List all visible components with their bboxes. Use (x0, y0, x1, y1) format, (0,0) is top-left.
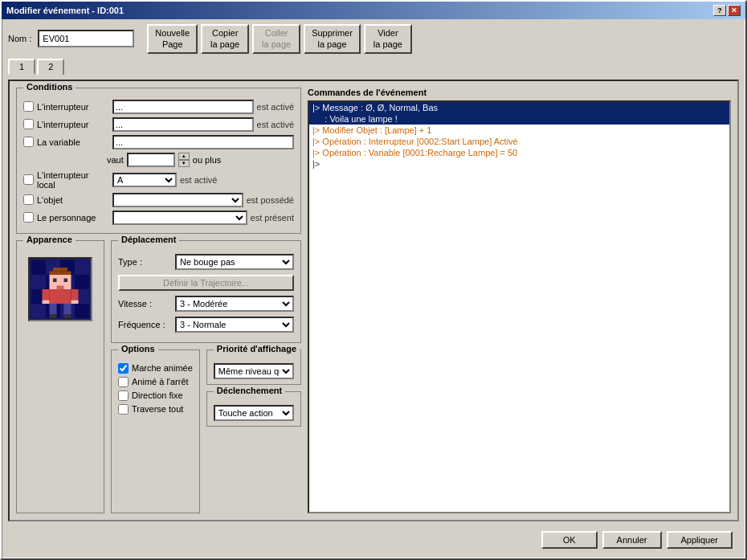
conditions-section: Conditions L'interrupteur est activé L'i… (16, 88, 301, 234)
type-row: Type : Ne bouge pas Aléatoire Vers le hé… (118, 254, 294, 270)
top-bar: Nom : Nouvelle Page Copier la page Colle… (8, 24, 739, 54)
type-select[interactable]: Ne bouge pas Aléatoire Vers le héros Tra… (175, 254, 294, 270)
options-title: Options (118, 344, 158, 354)
annuler-button[interactable]: Annuler (602, 531, 662, 549)
condition-row-interrupteur2: L'interrupteur est activé (23, 117, 294, 132)
objet-suffix: est possédé (247, 195, 294, 205)
vaut-input[interactable] (127, 153, 175, 167)
cmd-row[interactable]: |> Opération : Interrupteur [0002:Start … (309, 136, 729, 147)
cmd-row[interactable]: : Voila une lampe ! (309, 113, 729, 125)
vitesse-select[interactable]: 1 - Très lente 2 - Lente 3 - Modérée 4 -… (175, 296, 294, 312)
option-traverse-tout: Traverse tout (118, 404, 193, 415)
nouvelle-page-button[interactable]: Nouvelle Page (147, 24, 198, 54)
vaut-label: vaut (107, 155, 124, 165)
priorite-select[interactable]: En dessous du héros Même niveau que le h… (214, 363, 294, 379)
name-input[interactable] (38, 30, 134, 47)
tab-1[interactable]: 1 (8, 59, 35, 75)
svg-rect-4 (75, 275, 89, 289)
tab-2[interactable]: 2 (37, 59, 64, 75)
svg-rect-20 (50, 304, 57, 315)
variable-checkbox[interactable] (23, 137, 34, 147)
priority-trigger-col: Priorité d'affichage En dessous du héros… (206, 349, 301, 513)
help-button[interactable]: ? (713, 5, 726, 16)
supprimer-page-button[interactable]: Supprimer la page (304, 24, 361, 54)
interrupteur-local-label: L'interrupteur local (37, 170, 109, 190)
apparence-section: Apparence (16, 240, 104, 513)
declenchement-title: Déclenchement (214, 386, 285, 395)
traverse-tout-checkbox[interactable] (118, 404, 129, 415)
cmd-row[interactable]: |> (309, 158, 729, 170)
bottom-sections: Apparence (16, 240, 301, 513)
appliquer-button[interactable]: Appliquer (667, 531, 733, 549)
commands-list[interactable]: |> Message : Ø, Ø, Normal, Bas : Voila u… (308, 100, 731, 513)
option-anime-arret: Animé à l'arrêt (118, 377, 193, 387)
interrupteur2-checkbox[interactable] (23, 119, 34, 129)
type-label: Type : (118, 257, 170, 267)
sprite-preview[interactable] (28, 257, 92, 321)
condition-row-objet: L'objet est possédé (23, 193, 294, 207)
svg-rect-16 (43, 289, 50, 300)
window-title: Modifier événement - ID:001 (6, 6, 124, 15)
variable-label: La variable (37, 137, 109, 147)
personnage-select[interactable] (112, 211, 247, 225)
ok-button[interactable]: OK (541, 531, 598, 549)
svg-rect-18 (43, 300, 50, 304)
coller-page-button[interactable]: Coller la page (252, 24, 300, 54)
traverse-tout-label: Traverse tout (132, 404, 183, 414)
frequence-row: Fréquence : 1 - Très faible 2 - Faible 3… (118, 317, 294, 333)
vider-page-button[interactable]: Vider la page (364, 24, 412, 54)
marche-animee-checkbox[interactable] (118, 363, 129, 374)
priorite-title: Priorité d'affichage (214, 344, 300, 354)
objet-checkbox[interactable] (23, 194, 34, 205)
svg-rect-1 (31, 260, 46, 275)
svg-rect-13 (64, 278, 68, 282)
spin-up[interactable]: ▲ (178, 153, 190, 160)
vaut-spinner[interactable]: ▲ ▼ (178, 153, 190, 167)
svg-rect-19 (71, 300, 79, 304)
title-controls: ? ✕ (713, 5, 741, 16)
name-label: Nom : (8, 34, 31, 43)
interrupteur1-input[interactable] (112, 100, 254, 114)
cmd-row[interactable]: |> Message : Ø, Ø, Normal, Bas (309, 102, 729, 113)
spin-down[interactable]: ▼ (178, 160, 190, 167)
close-button[interactable]: ✕ (728, 5, 741, 16)
interrupteur-local-suffix: est activé (180, 175, 217, 185)
vitesse-label: Vitesse : (118, 299, 170, 309)
frequence-select[interactable]: 1 - Très faible 2 - Faible 3 - Normale 4… (175, 317, 294, 333)
vitesse-row: Vitesse : 1 - Très lente 2 - Lente 3 - M… (118, 296, 294, 312)
copier-page-button[interactable]: Copier la page (201, 24, 249, 54)
svg-rect-23 (64, 314, 71, 318)
variable-input[interactable] (112, 135, 294, 149)
main-window: Modifier événement - ID:001 ? ✕ Nom : No… (0, 0, 747, 560)
frequence-label: Fréquence : (118, 320, 170, 329)
svg-rect-17 (71, 289, 79, 300)
interrupteur2-input[interactable] (112, 117, 254, 132)
interrupteur1-suffix: est activé (257, 102, 294, 112)
svg-rect-9 (53, 268, 67, 272)
interrupteur1-checkbox[interactable] (23, 101, 34, 112)
objet-select[interactable] (112, 193, 243, 207)
personnage-suffix: est présent (251, 213, 294, 223)
svg-rect-15 (50, 289, 71, 304)
personnage-checkbox[interactable] (23, 212, 34, 223)
conditions-title: Conditions (23, 82, 76, 92)
declenchement-select[interactable]: Touche action Contact avec le héros Cont… (214, 405, 294, 421)
title-bar: Modifier événement - ID:001 ? ✕ (2, 2, 745, 19)
deplacement-section: Déplacement Type : Ne bouge pas Aléatoir… (111, 240, 301, 343)
interrupteur-local-select[interactable]: ABCD (112, 173, 177, 187)
cmd-row[interactable]: |> Modifier Objet : [Lampe] + 1 (309, 125, 729, 136)
option-marche-animee: Marche animée (118, 363, 193, 374)
top-buttons: Nouvelle Page Copier la page Coller la p… (147, 24, 412, 54)
content-area: Nom : Nouvelle Page Copier la page Colle… (2, 19, 745, 558)
condition-row-variable: La variable (23, 135, 294, 149)
interrupteur-local-checkbox[interactable] (23, 174, 34, 185)
trajectoire-button[interactable]: Définir la Trajectoire... (118, 275, 294, 291)
cmd-row[interactable]: |> Opération : Variable [0001:Recharge L… (309, 147, 729, 158)
interrupteur2-label: L'interrupteur (37, 120, 109, 129)
anime-arret-checkbox[interactable] (118, 377, 129, 387)
left-panel: Conditions L'interrupteur est activé L'i… (16, 88, 301, 513)
commands-label: Commandes de l'événement (308, 88, 731, 97)
direction-fixe-checkbox[interactable] (118, 390, 129, 401)
main-panel: Conditions L'interrupteur est activé L'i… (8, 80, 739, 521)
right-panel: Commandes de l'événement |> Message : Ø,… (308, 88, 731, 513)
